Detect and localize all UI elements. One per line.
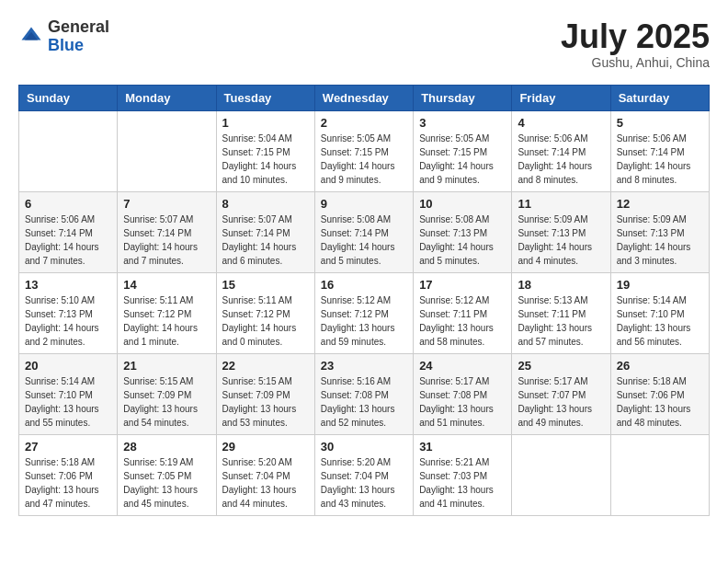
day-number: 26 [617,359,703,373]
calendar-table: SundayMondayTuesdayWednesdayThursdayFrid… [18,85,710,516]
calendar-cell: 11Sunrise: 5:09 AM Sunset: 7:13 PM Dayli… [512,191,610,272]
day-number: 21 [123,359,210,373]
day-number: 19 [617,278,703,292]
day-info: Sunrise: 5:17 AM Sunset: 7:08 PM Dayligh… [419,374,506,430]
calendar-cell [19,110,118,191]
calendar-cell: 1Sunrise: 5:04 AM Sunset: 7:15 PM Daylig… [216,110,314,191]
day-info: Sunrise: 5:05 AM Sunset: 7:15 PM Dayligh… [321,132,407,187]
day-info: Sunrise: 5:15 AM Sunset: 7:09 PM Dayligh… [222,374,309,430]
page-header: General Blue July 2025 Gushu, Anhui, Chi… [18,18,710,70]
title-block: July 2025 Gushu, Anhui, China [561,18,710,70]
calendar-cell [610,434,709,515]
calendar-week-row: 13Sunrise: 5:10 AM Sunset: 7:13 PM Dayli… [19,272,710,353]
day-info: Sunrise: 5:06 AM Sunset: 7:14 PM Dayligh… [518,132,604,187]
calendar-cell: 29Sunrise: 5:20 AM Sunset: 7:04 PM Dayli… [216,434,314,515]
calendar-cell: 13Sunrise: 5:10 AM Sunset: 7:13 PM Dayli… [19,272,118,353]
day-info: Sunrise: 5:12 AM Sunset: 7:11 PM Dayligh… [419,293,506,349]
day-number: 31 [419,440,506,454]
day-number: 17 [419,278,506,292]
calendar-cell: 2Sunrise: 5:05 AM Sunset: 7:15 PM Daylig… [314,110,413,191]
calendar-cell: 26Sunrise: 5:18 AM Sunset: 7:06 PM Dayli… [610,353,709,434]
day-info: Sunrise: 5:13 AM Sunset: 7:11 PM Dayligh… [518,293,604,349]
day-info: Sunrise: 5:11 AM Sunset: 7:12 PM Dayligh… [123,293,210,349]
day-info: Sunrise: 5:14 AM Sunset: 7:10 PM Dayligh… [617,293,703,349]
day-info: Sunrise: 5:05 AM Sunset: 7:15 PM Dayligh… [419,132,506,187]
day-info: Sunrise: 5:04 AM Sunset: 7:15 PM Dayligh… [222,132,309,187]
day-number: 6 [25,197,111,211]
day-info: Sunrise: 5:16 AM Sunset: 7:08 PM Dayligh… [321,374,407,430]
calendar-cell: 14Sunrise: 5:11 AM Sunset: 7:12 PM Dayli… [118,272,216,353]
calendar-cell: 21Sunrise: 5:15 AM Sunset: 7:09 PM Dayli… [118,353,216,434]
calendar-cell: 28Sunrise: 5:19 AM Sunset: 7:05 PM Dayli… [118,434,216,515]
logo-icon [18,24,44,50]
calendar-cell: 4Sunrise: 5:06 AM Sunset: 7:14 PM Daylig… [512,110,610,191]
day-number: 16 [321,278,407,292]
calendar-week-row: 6Sunrise: 5:06 AM Sunset: 7:14 PM Daylig… [19,191,710,272]
calendar-week-row: 20Sunrise: 5:14 AM Sunset: 7:10 PM Dayli… [19,353,710,434]
weekday-header: Monday [118,85,216,110]
calendar-cell: 6Sunrise: 5:06 AM Sunset: 7:14 PM Daylig… [19,191,118,272]
day-number: 29 [222,440,309,454]
day-info: Sunrise: 5:19 AM Sunset: 7:05 PM Dayligh… [123,455,210,511]
weekday-header-row: SundayMondayTuesdayWednesdayThursdayFrid… [19,85,710,110]
day-number: 13 [25,278,111,292]
calendar-cell: 16Sunrise: 5:12 AM Sunset: 7:12 PM Dayli… [314,272,413,353]
day-number: 14 [123,278,210,292]
day-number: 9 [321,197,407,211]
day-info: Sunrise: 5:14 AM Sunset: 7:10 PM Dayligh… [25,374,111,430]
day-number: 18 [518,278,604,292]
location-subtitle: Gushu, Anhui, China [561,55,710,70]
day-number: 3 [419,116,506,130]
day-number: 8 [222,197,309,211]
calendar-cell: 23Sunrise: 5:16 AM Sunset: 7:08 PM Dayli… [314,353,413,434]
day-info: Sunrise: 5:07 AM Sunset: 7:14 PM Dayligh… [123,213,210,268]
weekday-header: Wednesday [314,85,413,110]
day-info: Sunrise: 5:20 AM Sunset: 7:04 PM Dayligh… [321,455,407,511]
day-number: 1 [222,116,309,130]
calendar-cell: 5Sunrise: 5:06 AM Sunset: 7:14 PM Daylig… [610,110,709,191]
day-info: Sunrise: 5:15 AM Sunset: 7:09 PM Dayligh… [123,374,210,430]
day-info: Sunrise: 5:17 AM Sunset: 7:07 PM Dayligh… [518,374,604,430]
calendar-cell: 3Sunrise: 5:05 AM Sunset: 7:15 PM Daylig… [414,110,512,191]
calendar-cell: 18Sunrise: 5:13 AM Sunset: 7:11 PM Dayli… [512,272,610,353]
day-number: 25 [518,359,604,373]
weekday-header: Friday [512,85,610,110]
day-info: Sunrise: 5:18 AM Sunset: 7:06 PM Dayligh… [25,455,111,511]
calendar-cell: 15Sunrise: 5:11 AM Sunset: 7:12 PM Dayli… [216,272,314,353]
calendar-cell: 10Sunrise: 5:08 AM Sunset: 7:13 PM Dayli… [414,191,512,272]
calendar-cell: 20Sunrise: 5:14 AM Sunset: 7:10 PM Dayli… [19,353,118,434]
day-number: 23 [321,359,407,373]
calendar-cell: 12Sunrise: 5:09 AM Sunset: 7:13 PM Dayli… [610,191,709,272]
day-number: 11 [518,197,604,211]
day-number: 2 [321,116,407,130]
calendar-cell: 27Sunrise: 5:18 AM Sunset: 7:06 PM Dayli… [19,434,118,515]
day-number: 10 [419,197,506,211]
day-info: Sunrise: 5:21 AM Sunset: 7:03 PM Dayligh… [419,455,506,511]
weekday-header: Saturday [610,85,709,110]
logo-text: General Blue [48,18,109,55]
calendar-cell: 19Sunrise: 5:14 AM Sunset: 7:10 PM Dayli… [610,272,709,353]
day-number: 27 [25,440,111,454]
day-info: Sunrise: 5:08 AM Sunset: 7:13 PM Dayligh… [419,213,506,268]
weekday-header: Thursday [414,85,512,110]
day-number: 5 [617,116,703,130]
weekday-header: Tuesday [216,85,314,110]
calendar-cell: 17Sunrise: 5:12 AM Sunset: 7:11 PM Dayli… [414,272,512,353]
logo: General Blue [18,18,109,55]
calendar-cell: 30Sunrise: 5:20 AM Sunset: 7:04 PM Dayli… [314,434,413,515]
day-info: Sunrise: 5:09 AM Sunset: 7:13 PM Dayligh… [518,213,604,268]
day-number: 30 [321,440,407,454]
day-info: Sunrise: 5:10 AM Sunset: 7:13 PM Dayligh… [25,293,111,349]
day-number: 7 [123,197,210,211]
day-info: Sunrise: 5:08 AM Sunset: 7:14 PM Dayligh… [321,213,407,268]
calendar-cell [118,110,216,191]
weekday-header: Sunday [19,85,118,110]
day-number: 15 [222,278,309,292]
day-info: Sunrise: 5:20 AM Sunset: 7:04 PM Dayligh… [222,455,309,511]
day-info: Sunrise: 5:18 AM Sunset: 7:06 PM Dayligh… [617,374,703,430]
calendar-cell: 7Sunrise: 5:07 AM Sunset: 7:14 PM Daylig… [118,191,216,272]
day-number: 22 [222,359,309,373]
day-number: 12 [617,197,703,211]
calendar-week-row: 27Sunrise: 5:18 AM Sunset: 7:06 PM Dayli… [19,434,710,515]
calendar-cell: 9Sunrise: 5:08 AM Sunset: 7:14 PM Daylig… [314,191,413,272]
